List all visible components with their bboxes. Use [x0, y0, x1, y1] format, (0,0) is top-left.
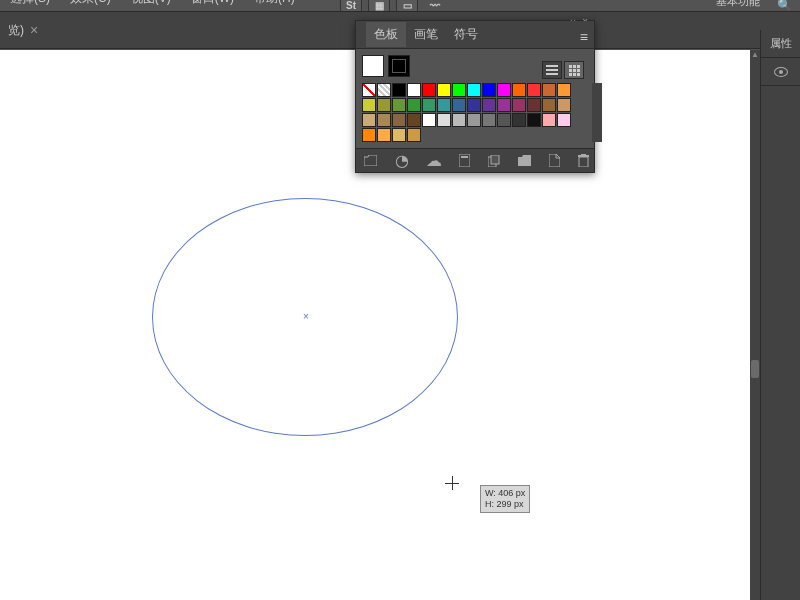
swatch-options-icon[interactable]: ☁: [427, 154, 441, 168]
color-swatch[interactable]: [527, 113, 541, 127]
delete-swatch-icon[interactable]: [578, 154, 589, 168]
tooltip-height: H: 299 px: [485, 499, 525, 510]
color-swatch[interactable]: [497, 113, 511, 127]
svg-rect-6: [581, 154, 586, 155]
ellipse-center-marker: ×: [303, 315, 307, 319]
new-swatch-icon[interactable]: [488, 154, 500, 168]
fill-color-chip[interactable]: [362, 55, 384, 77]
color-swatch[interactable]: [362, 98, 376, 112]
panel-footer: ◔ ☁: [356, 148, 594, 172]
menu-select[interactable]: 选择(S): [10, 0, 50, 8]
color-swatch[interactable]: [512, 83, 526, 97]
properties-sidebar: 属性: [760, 30, 800, 600]
stroke-color-chip[interactable]: [388, 55, 410, 77]
menu-help[interactable]: 帮助(H): [254, 0, 295, 8]
color-swatch[interactable]: [557, 113, 571, 127]
color-swatch[interactable]: [362, 128, 376, 142]
color-swatch[interactable]: [467, 98, 481, 112]
grid-icon: [569, 65, 580, 76]
svg-rect-5: [578, 155, 589, 157]
swatch-library-icon[interactable]: [364, 154, 377, 168]
eye-icon: [774, 67, 788, 77]
svg-rect-3: [491, 155, 499, 164]
scrollbar-thumb[interactable]: [751, 360, 759, 378]
color-swatch[interactable]: [512, 113, 526, 127]
color-swatch[interactable]: [377, 128, 391, 142]
color-swatch[interactable]: [542, 83, 556, 97]
svg-rect-4: [579, 157, 588, 167]
color-swatch[interactable]: [452, 83, 466, 97]
tab-label: 览): [8, 22, 24, 39]
menu-window[interactable]: 窗口(W): [191, 0, 234, 8]
color-swatch[interactable]: [392, 128, 406, 142]
panel-header: 色板 画笔 符号 ≡: [356, 21, 594, 49]
color-swatch[interactable]: [527, 98, 541, 112]
color-swatch[interactable]: [407, 98, 421, 112]
swatches-panel: ‹‹ × 色板 画笔 符号 ≡ ◔ ☁: [355, 20, 595, 173]
tab-close-icon[interactable]: ×: [30, 22, 38, 38]
scroll-up-icon[interactable]: ▲: [750, 50, 760, 62]
color-swatch[interactable]: [467, 113, 481, 127]
color-swatch[interactable]: [557, 98, 571, 112]
panel-menu-icon[interactable]: ≡: [580, 29, 588, 45]
color-swatch[interactable]: [377, 83, 391, 97]
color-swatch[interactable]: [482, 83, 496, 97]
layer-visibility[interactable]: [761, 58, 800, 86]
vertical-scrollbar[interactable]: ▲: [750, 50, 760, 600]
workspace-label[interactable]: 基本功能: [716, 0, 760, 9]
tab-swatches[interactable]: 色板: [366, 22, 406, 47]
menu-view[interactable]: 视图(V): [131, 0, 171, 8]
svg-rect-0: [459, 154, 470, 167]
color-swatch[interactable]: [527, 83, 541, 97]
swatch-scrollbar[interactable]: [592, 83, 602, 142]
menu-bar: 选择(S) 效果(C) 视图(V) 窗口(W) 帮助(H) St ▦ ▭ 〰 基…: [0, 0, 800, 8]
color-swatch[interactable]: [542, 113, 556, 127]
document-tab[interactable]: 览) ×: [0, 15, 46, 45]
color-swatch[interactable]: [362, 83, 376, 97]
color-swatch[interactable]: [392, 98, 406, 112]
color-swatch[interactable]: [422, 83, 436, 97]
color-swatch[interactable]: [407, 113, 421, 127]
color-swatch[interactable]: [437, 83, 451, 97]
color-swatch[interactable]: [497, 83, 511, 97]
dimension-tooltip: W: 406 px H: 299 px: [480, 485, 530, 513]
menu-effect[interactable]: 效果(C): [70, 0, 111, 8]
color-swatch[interactable]: [392, 113, 406, 127]
swatch-grid: [362, 83, 588, 142]
tooltip-width: W: 406 px: [485, 488, 525, 499]
color-swatch[interactable]: [467, 83, 481, 97]
list-view-button[interactable]: [542, 61, 562, 79]
color-swatch[interactable]: [497, 98, 511, 112]
color-swatch[interactable]: [362, 113, 376, 127]
list-icon: [546, 65, 558, 75]
folder-icon[interactable]: [518, 154, 531, 168]
color-swatch[interactable]: [437, 98, 451, 112]
color-swatch[interactable]: [512, 98, 526, 112]
tab-symbols[interactable]: 符号: [446, 22, 486, 47]
panel-body: [356, 49, 594, 148]
new-page-icon[interactable]: [549, 154, 560, 168]
tab-brushes[interactable]: 画笔: [406, 22, 446, 47]
color-swatch[interactable]: [422, 98, 436, 112]
color-swatch[interactable]: [482, 98, 496, 112]
color-swatch[interactable]: [452, 98, 466, 112]
ellipse-shape[interactable]: ×: [152, 198, 458, 436]
color-swatch[interactable]: [377, 98, 391, 112]
grid-view-button[interactable]: [564, 61, 584, 79]
color-swatch[interactable]: [557, 83, 571, 97]
color-swatch[interactable]: [422, 113, 436, 127]
properties-header[interactable]: 属性: [761, 30, 800, 58]
color-swatch[interactable]: [482, 113, 496, 127]
show-kind-icon[interactable]: ◔: [395, 154, 409, 168]
color-swatch[interactable]: [437, 113, 451, 127]
color-swatch[interactable]: [452, 113, 466, 127]
view-toggle: [542, 61, 584, 79]
color-swatch[interactable]: [407, 83, 421, 97]
color-swatch[interactable]: [377, 113, 391, 127]
new-color-group-icon[interactable]: [459, 154, 470, 168]
color-swatch[interactable]: [392, 83, 406, 97]
svg-rect-1: [461, 156, 468, 158]
color-swatch[interactable]: [542, 98, 556, 112]
color-swatch[interactable]: [407, 128, 421, 142]
